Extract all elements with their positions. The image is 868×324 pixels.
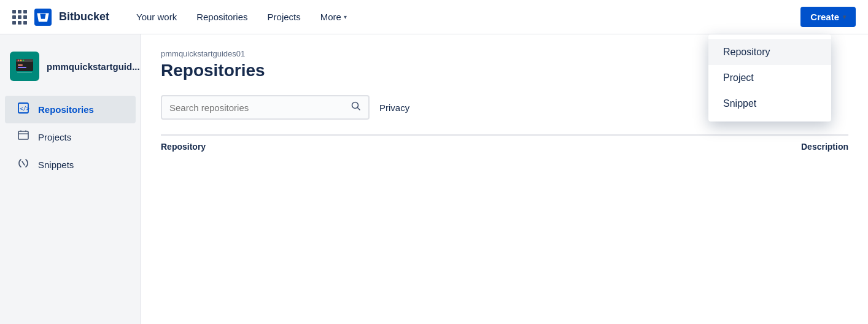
projects-icon xyxy=(17,129,29,145)
svg-line-14 xyxy=(22,161,25,165)
dropdown-item-project[interactable]: Project xyxy=(708,65,831,91)
bitbucket-logo xyxy=(34,9,52,26)
col-description: Description xyxy=(726,142,848,152)
brand-name: Bitbucket xyxy=(59,10,109,23)
nav-repositories[interactable]: Repositories xyxy=(189,7,255,27)
svg-rect-10 xyxy=(17,72,32,73)
search-box[interactable] xyxy=(161,95,370,120)
header-left: Bitbucket xyxy=(12,9,109,26)
privacy-filter-label[interactable]: Privacy xyxy=(379,102,409,113)
svg-rect-0 xyxy=(34,9,52,26)
sidebar-item-snippets[interactable]: Snippets xyxy=(5,151,136,179)
nav-more[interactable]: More ▾ xyxy=(313,7,354,27)
sidebar: pmmquickstartguid... </> Repositories xyxy=(0,34,141,324)
svg-point-6 xyxy=(23,60,24,61)
sidebar-item-projects[interactable]: Projects xyxy=(5,123,136,151)
create-button[interactable]: Create ▾ xyxy=(800,7,856,27)
svg-point-4 xyxy=(18,60,19,61)
svg-rect-13 xyxy=(18,131,28,139)
workspace-avatar xyxy=(10,52,39,81)
svg-text:</>: </> xyxy=(20,106,29,112)
nav-projects[interactable]: Projects xyxy=(260,7,308,27)
workspace-item[interactable]: pmmquickstartguid... xyxy=(0,47,141,86)
create-chevron-icon: ▾ xyxy=(843,14,846,20)
search-input[interactable] xyxy=(169,102,346,113)
create-dropdown: Repository Project Snippet xyxy=(708,34,831,122)
dropdown-item-repository[interactable]: Repository xyxy=(708,39,831,65)
sidebar-snippets-label: Snippets xyxy=(38,160,74,170)
sidebar-repositories-label: Repositories xyxy=(38,104,94,115)
header: Bitbucket Your work Repositories Project… xyxy=(0,0,868,34)
nav-your-work[interactable]: Your work xyxy=(129,7,184,27)
dropdown-item-snippet[interactable]: Snippet xyxy=(708,91,831,117)
svg-line-16 xyxy=(358,108,360,110)
sidebar-item-repositories[interactable]: </> Repositories xyxy=(5,96,136,123)
main-nav: Your work Repositories Projects More ▾ xyxy=(129,7,781,27)
snippets-icon xyxy=(17,157,29,172)
workspace-name: pmmquickstartguid... xyxy=(47,61,140,72)
chevron-down-icon: ▾ xyxy=(344,14,347,20)
grid-icon[interactable] xyxy=(12,10,27,25)
svg-rect-7 xyxy=(18,64,23,66)
search-icon xyxy=(351,101,361,114)
svg-rect-8 xyxy=(18,67,26,68)
col-repository: Repository xyxy=(161,142,726,152)
sidebar-projects-label: Projects xyxy=(38,132,71,142)
svg-point-5 xyxy=(20,60,21,61)
table-header: Repository Description xyxy=(161,134,848,158)
repositories-icon: </> xyxy=(17,102,29,117)
